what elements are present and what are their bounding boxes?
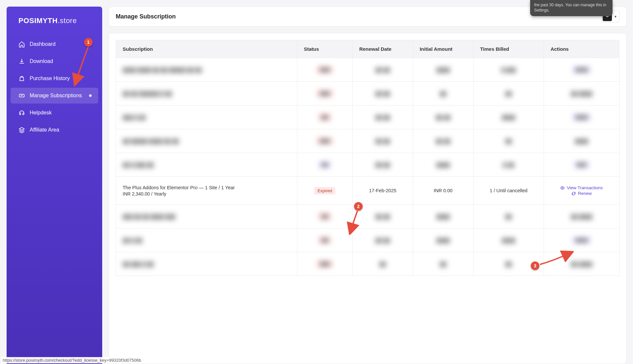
- col-actions: Actions: [544, 40, 619, 58]
- subscriptions-panel: Subscription Status Renewal Date Initial…: [109, 33, 626, 364]
- col-initial: Initial Amount: [413, 40, 473, 58]
- home-icon: [18, 41, 25, 47]
- brand-part1: POSIMYTH: [18, 16, 58, 25]
- col-subscription: Subscription: [116, 40, 297, 58]
- toast-text: the past 30 days. You can manage this in…: [534, 3, 606, 13]
- svg-point-1: [562, 187, 563, 189]
- nav-label: Dashboard: [30, 41, 55, 47]
- page-title: Manage Subscription: [116, 13, 176, 20]
- layers-icon: [18, 127, 25, 133]
- col-renewal: Renewal Date: [352, 40, 413, 58]
- nav-label: Helpdesk: [30, 110, 52, 116]
- subscription-name: The Plus Addons for Elementor Pro — 1 Si…: [123, 185, 290, 190]
- cell-billed: 1 / Until cancelled: [473, 177, 544, 205]
- chevron-down-icon: ▼: [614, 15, 617, 18]
- table-row: ██ ███ █ ██ ███ ██ ██ ██ ██ ████: [116, 252, 619, 276]
- eye-icon: [560, 186, 565, 190]
- ticket-icon: [18, 92, 25, 99]
- col-status: Status: [297, 40, 352, 58]
- download-icon: [18, 58, 25, 65]
- status-bar-url: https://store.posimyth.com/checkout/?edd…: [1, 357, 142, 363]
- table-row: ██ █████ ████ ██ ██ ███ ██ ██ ██ ██ ██ █…: [116, 129, 619, 153]
- annotation-marker-3: 3: [531, 261, 539, 270]
- subscription-price: INR 2,340.00 / Yearly: [123, 191, 290, 197]
- sidebar-item-helpdesk[interactable]: Helpdesk: [11, 105, 98, 121]
- col-billed: Times Billed: [473, 40, 544, 58]
- cell-renewal: 17-Feb-2025: [352, 177, 413, 205]
- cell-initial: INR 0.00: [413, 177, 473, 205]
- cell-status: Expired: [297, 177, 352, 205]
- table-row: ███ █ ██ ██ ██ ██ ██ ██ ████ ████: [116, 106, 619, 129]
- sidebar-item-manage-subscriptions[interactable]: Manage Subscriptions: [11, 88, 98, 104]
- link-text: View Transactions: [567, 185, 603, 190]
- notification-toast: the past 30 days. You can manage this in…: [530, 0, 613, 16]
- brand-part2: .store: [58, 16, 77, 25]
- table-row: ████ ████ ██ ██ █████ ██ ██ ███ ██ ██ ██…: [116, 58, 619, 82]
- annotation-marker-1: 1: [84, 38, 93, 46]
- annotation-marker-2: 2: [354, 202, 363, 211]
- table-row: ██ █ ███ ██ ██ ██ ██ ████ █ ██ ███: [116, 153, 619, 177]
- active-dot-icon: [89, 94, 92, 97]
- table-row: ██ █ ██ ██ ██ ██ ████ ████ ████: [116, 228, 619, 252]
- nav-label: Purchase History: [30, 76, 70, 81]
- table-row: ███ ██ ██ ████ ███ ██ ██ ██ ████ ██ ██ █…: [116, 205, 619, 228]
- refresh-icon: [571, 191, 576, 196]
- table-row: ██ ██ ██████ █ ██ ███ ██ ██ ██ ██ ██ ███…: [116, 82, 619, 106]
- brand-logo: POSIMYTH.store: [7, 15, 102, 35]
- table-row-visible: The Plus Addons for Elementor Pro — 1 Si…: [116, 177, 619, 205]
- renew-link[interactable]: Renew: [551, 191, 613, 196]
- nav-label: Download: [30, 58, 53, 64]
- sidebar: POSIMYTH.store Dashboard Download Purcha…: [7, 7, 102, 364]
- subscriptions-table: Subscription Status Renewal Date Initial…: [116, 40, 619, 276]
- view-transactions-link[interactable]: View Transactions: [551, 185, 613, 190]
- cell-subscription: The Plus Addons for Elementor Pro — 1 Si…: [116, 177, 297, 205]
- status-badge: Expired: [314, 187, 335, 195]
- sidebar-item-affiliate-area[interactable]: Affiliate Area: [11, 122, 98, 138]
- bag-icon: [18, 75, 25, 82]
- sidebar-item-purchase-history[interactable]: Purchase History: [11, 71, 98, 86]
- nav-label: Manage Subscriptions: [30, 93, 82, 99]
- nav-label: Affiliate Area: [30, 127, 59, 133]
- headset-icon: [18, 109, 25, 116]
- sidebar-item-download[interactable]: Download: [11, 53, 98, 69]
- link-text: Renew: [578, 191, 592, 196]
- cell-actions: View Transactions Renew: [544, 177, 619, 205]
